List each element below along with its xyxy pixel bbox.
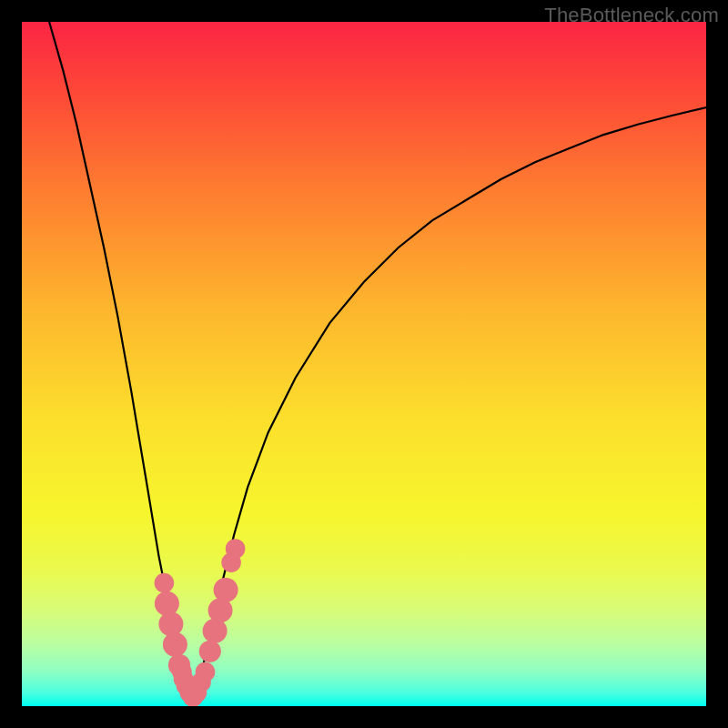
data-point [158,612,183,636]
data-point [214,578,238,602]
data-point [226,539,246,559]
data-point [155,592,179,616]
data-point [203,619,228,643]
chart-frame [22,22,706,706]
data-point [199,641,221,662]
data-markers [155,539,246,706]
data-point [196,662,216,682]
bottleneck-curve-plot [22,22,706,706]
watermark-text: TheBottleneck.com [544,4,719,27]
data-point [155,573,175,593]
data-point [163,632,187,657]
curve-right [193,107,706,700]
